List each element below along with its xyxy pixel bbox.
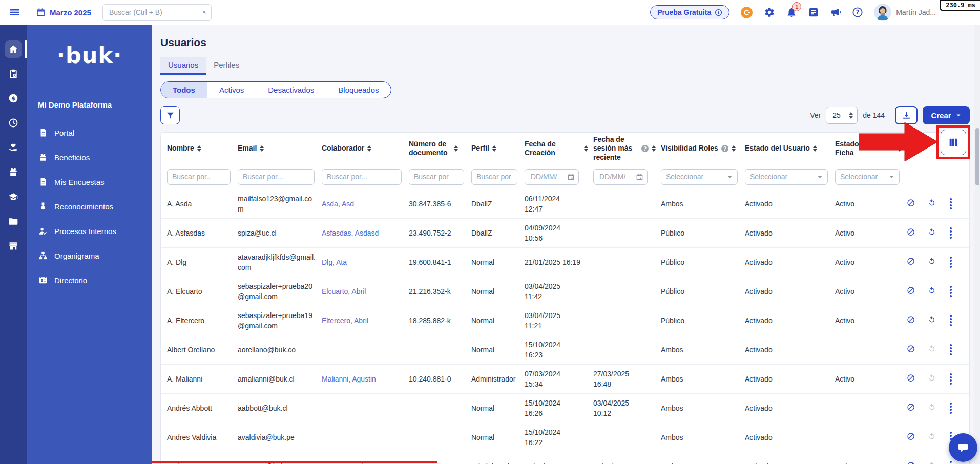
sort-icon[interactable] xyxy=(454,145,458,152)
filter-input-colaborador[interactable] xyxy=(322,169,402,185)
block-user-button[interactable] xyxy=(907,344,915,356)
restore-button[interactable] xyxy=(928,344,936,356)
sort-icon[interactable] xyxy=(260,145,264,152)
sort-icon[interactable] xyxy=(584,145,588,152)
restore-button[interactable] xyxy=(928,198,936,210)
block-user-button[interactable] xyxy=(907,286,915,298)
date-input[interactable] xyxy=(598,172,634,181)
row-menu-button[interactable] xyxy=(949,256,953,269)
restore-button[interactable] xyxy=(928,432,936,444)
page-size-select[interactable]: 25 xyxy=(826,107,858,124)
restore-button[interactable] xyxy=(928,461,936,464)
restore-button[interactable] xyxy=(928,373,936,385)
filters-button[interactable] xyxy=(160,106,180,124)
sort-icon[interactable] xyxy=(492,145,496,152)
restore-button[interactable] xyxy=(928,315,936,327)
column-header-estado-del-usuario[interactable]: Estado del Usuario xyxy=(745,144,835,153)
sort-icon[interactable] xyxy=(813,145,817,152)
date-filter-fecha-de-creacion[interactable] xyxy=(525,169,579,185)
notifications-bell-icon[interactable]: 1 xyxy=(786,7,797,18)
sidebar-item-beneficios[interactable]: Beneficios xyxy=(27,145,152,170)
sort-icon[interactable] xyxy=(367,145,371,152)
select-filter-estado-del-usuario[interactable]: Seleccionar xyxy=(745,169,828,185)
avatar[interactable] xyxy=(874,4,891,21)
rail-item-gift[interactable] xyxy=(5,163,22,181)
collaborator-link[interactable]: Asda, Asd xyxy=(322,200,354,208)
rail-item-clock[interactable] xyxy=(5,114,22,132)
block-user-button[interactable] xyxy=(907,227,915,239)
announcements-megaphone-icon[interactable] xyxy=(830,7,841,18)
rail-item-hand-heart[interactable] xyxy=(5,139,22,156)
row-menu-button[interactable] xyxy=(949,402,953,415)
date-input[interactable] xyxy=(530,172,565,181)
menu-icon[interactable] xyxy=(8,6,20,18)
select-filter-visibilidad-roles[interactable]: Seleccionar xyxy=(661,169,738,185)
help-icon[interactable]: ? xyxy=(721,145,728,152)
global-search[interactable] xyxy=(102,4,212,21)
block-user-button[interactable] xyxy=(907,403,915,414)
select-filter-estado-de-la-ficha[interactable]: Seleccionar xyxy=(835,169,900,185)
rail-item-storefront[interactable] xyxy=(5,237,22,255)
rail-item-clipboard-clock[interactable] xyxy=(5,65,22,82)
help-icon[interactable]: ? xyxy=(641,145,649,152)
restore-button[interactable] xyxy=(928,286,936,298)
filter-input-numero-de-documento[interactable] xyxy=(409,169,464,185)
settings-gear-icon[interactable] xyxy=(764,7,775,18)
sidebar-item-portal[interactable]: Portal xyxy=(27,120,152,145)
tab-usuarios[interactable]: Usuarios xyxy=(160,57,206,75)
user-name[interactable]: Martín Jad... xyxy=(896,8,936,16)
rail-item-graduation-cap[interactable] xyxy=(5,188,22,205)
chat-fab-button[interactable] xyxy=(949,433,977,462)
sidebar-item-procesos-internos[interactable]: Procesos Internos xyxy=(27,219,152,243)
row-menu-button[interactable] xyxy=(949,460,953,464)
tab-perfiles[interactable]: Perfiles xyxy=(206,57,247,75)
filter-input-nombre[interactable] xyxy=(167,169,231,185)
block-user-button[interactable] xyxy=(907,461,915,464)
column-header-visibilidad-roles[interactable]: Visibilidad Roles? xyxy=(661,144,745,153)
sidebar-item-mis-encuestas[interactable]: Mis Encuestas xyxy=(27,170,152,194)
block-user-button[interactable] xyxy=(907,432,915,444)
row-menu-button[interactable] xyxy=(949,197,953,210)
rail-item-folder[interactable] xyxy=(5,213,22,230)
vertical-scrollbar[interactable] xyxy=(974,25,980,464)
row-menu-button[interactable] xyxy=(949,314,953,327)
restore-button[interactable] xyxy=(928,257,936,268)
column-header-fecha-de-creacion[interactable]: Fecha de Creación xyxy=(525,140,593,158)
collaborator-link[interactable]: Malianni, Agustin xyxy=(322,375,376,383)
segment-desactivados[interactable]: Desactivados xyxy=(256,82,326,98)
sort-icon[interactable] xyxy=(197,145,201,152)
help-icon[interactable]: ? xyxy=(852,7,863,18)
sort-icon[interactable] xyxy=(732,145,736,152)
sort-icon[interactable] xyxy=(652,145,656,152)
date-filter-fecha-de-sesion-mas-reciente[interactable] xyxy=(593,169,648,185)
search-icon[interactable] xyxy=(203,8,206,17)
period-selector[interactable]: Marzo 2025 xyxy=(36,8,91,17)
column-header-fecha-de-sesion-mas-reciente[interactable]: Fecha de sesión más reciente? xyxy=(593,135,661,162)
row-menu-button[interactable] xyxy=(949,372,953,386)
segment-activos[interactable]: Activos xyxy=(207,82,256,98)
block-user-button[interactable] xyxy=(907,257,915,268)
sidebar-item-reconocimientos[interactable]: Reconocimientos xyxy=(27,194,152,219)
block-user-button[interactable] xyxy=(907,198,915,210)
collaborator-link[interactable]: Dlg, Ata xyxy=(322,258,347,266)
column-header-numero-de-documento[interactable]: Número de documento xyxy=(409,140,471,158)
column-header-colaborador[interactable]: Colaborador xyxy=(322,144,409,153)
column-header-email[interactable]: Email xyxy=(238,144,322,153)
search-input[interactable] xyxy=(108,8,203,17)
collaborator-link[interactable]: Eltercero, Abril xyxy=(322,317,368,325)
scrollbar-thumb[interactable] xyxy=(975,128,979,185)
segment-bloqueados[interactable]: Bloqueados xyxy=(326,82,390,98)
trial-badge[interactable]: Prueba Gratuita xyxy=(650,5,729,19)
tasks-board-icon[interactable] xyxy=(808,7,819,18)
restore-button[interactable] xyxy=(928,227,936,239)
column-header-nombre[interactable]: Nombre xyxy=(167,144,238,153)
block-user-button[interactable] xyxy=(907,373,915,385)
sidebar-item-organigrama[interactable]: Organigrama xyxy=(27,243,152,268)
bukcoin-icon[interactable] xyxy=(740,6,753,19)
row-menu-button[interactable] xyxy=(949,285,953,298)
filter-input-email[interactable] xyxy=(238,169,315,185)
user-menu[interactable]: Martín Jad... xyxy=(874,4,936,21)
column-header-perfil[interactable]: Perfil xyxy=(471,144,525,153)
collaborator-link[interactable]: Asfasdas, Asdasd xyxy=(322,229,379,237)
collaborator-link[interactable]: Elcuarto, Abril xyxy=(322,287,366,296)
